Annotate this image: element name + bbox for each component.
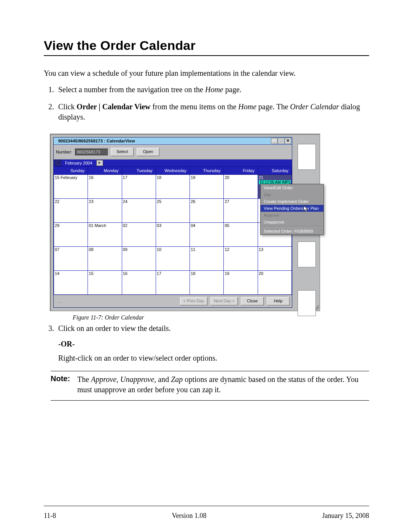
footer-rule <box>44 506 369 506</box>
ctx-zap[interactable]: Zap <box>261 191 323 198</box>
number-label: Number: <box>56 150 72 154</box>
figure-caption: Figure 11-7: Order Calendar <box>73 314 369 321</box>
step-1-home-italic: Home <box>205 85 223 94</box>
intro-text: You can view a schedule of your future p… <box>44 69 369 78</box>
calendar-cell[interactable]: 10 <box>156 247 190 271</box>
day-number: 15 February <box>55 175 77 180</box>
day-number: 23 <box>89 199 93 204</box>
calendar-cell[interactable]: 04 <box>190 223 224 247</box>
open-button[interactable]: Open <box>137 148 159 156</box>
side-panel-box <box>298 290 316 316</box>
calendar-cell[interactable]: 11 <box>190 247 224 271</box>
page-title: View the Order Calendar <box>44 38 369 53</box>
calendar-dialog: 90023445/8662568173 : CalendarView _ □ ✕… <box>53 137 292 308</box>
number-toolbar: Number: Select Open <box>54 145 292 160</box>
footer-page-number: 11-8 <box>44 512 56 520</box>
ctx-view-edit-order[interactable]: View/Edit Order <box>261 184 323 191</box>
month-bar: ◂ February 2004 ▸ <box>54 160 292 166</box>
day-number: 08 <box>89 247 93 252</box>
ctx-create-implement-order[interactable]: Create Implement Order <box>261 198 323 205</box>
calendar-cell[interactable]: 13 <box>258 247 292 271</box>
calendar-cell[interactable]: 22 <box>54 199 88 223</box>
note-label: Note: <box>51 374 77 395</box>
calendar-grid: Sunday Monday Tuesday Wednesday Thursday… <box>54 166 292 295</box>
day-header: Saturday <box>258 167 292 175</box>
close-button[interactable]: Close <box>241 297 264 305</box>
note-a: The <box>77 375 91 383</box>
ctx-approve[interactable]: Approve <box>261 212 323 219</box>
help-button[interactable]: Help <box>267 297 290 305</box>
calendar-cell[interactable]: 19 <box>224 271 258 295</box>
day-number: 25 <box>157 199 161 204</box>
context-menu[interactable]: View/Edit Order Zap Create Implement Ord… <box>260 184 324 235</box>
minimize-button[interactable]: _ <box>271 138 277 144</box>
note-rule-top <box>51 371 369 371</box>
maximize-button[interactable]: □ <box>278 138 284 144</box>
parent-window: 90023445/8662568173 : CalendarView _ □ ✕… <box>50 134 320 311</box>
step-2-c: from the menu items on the <box>151 102 239 111</box>
day-number: 20 <box>225 175 229 180</box>
dialog-title: 90023445/8662568173 : CalendarView <box>54 139 135 143</box>
prev-day-button[interactable]: < Prev Day <box>180 297 207 305</box>
calendar-cell[interactable]: 09 <box>122 247 156 271</box>
step-3: Click on an order to view the details. <box>56 324 369 333</box>
dialog-titlebar[interactable]: 90023445/8662568173 : CalendarView _ □ ✕ <box>54 137 292 145</box>
calendar-cell[interactable]: 16 <box>122 271 156 295</box>
calendar-cell[interactable]: 23 <box>88 199 122 223</box>
calendar-cell[interactable]: 08 <box>88 247 122 271</box>
month-label: February 2004 <box>64 161 94 165</box>
calendar-cell[interactable]: 15 February <box>54 175 88 199</box>
day-number: 21 <box>259 175 263 180</box>
calendar-cell[interactable]: 19 <box>190 175 224 199</box>
window-buttons: _ □ ✕ <box>271 138 291 144</box>
calendar-cell[interactable]: 25 <box>156 199 190 223</box>
day-number: 14 <box>55 271 59 276</box>
calendar-cell[interactable]: 17 <box>156 271 190 295</box>
day-number: 18 <box>157 175 161 180</box>
calendar-cell[interactable]: 07 <box>54 247 88 271</box>
calendar-cell[interactable]: 27 <box>224 199 258 223</box>
step-1: Select a number from the navigation tree… <box>56 85 369 95</box>
next-month-button[interactable]: ▸ <box>96 160 103 166</box>
day-number: 19 <box>225 271 229 276</box>
step-1-text-a: Select a number from the navigation tree… <box>58 85 205 94</box>
calendar-cell[interactable]: 29 <box>54 223 88 247</box>
day-number: 16 <box>123 271 127 276</box>
calendar-cell[interactable]: 26 <box>190 199 224 223</box>
title-rule <box>44 55 369 56</box>
next-day-button[interactable]: Next Day > <box>210 297 238 305</box>
day-number: 13 <box>259 247 263 252</box>
calendar-cell[interactable]: 15 <box>88 271 122 295</box>
day-number: 02 <box>123 223 127 228</box>
calendar-cell[interactable]: 18 <box>190 271 224 295</box>
calendar-cell[interactable]: 14 <box>54 271 88 295</box>
day-number: 11 <box>191 247 195 252</box>
calendar-cell[interactable]: 20 <box>258 271 292 295</box>
calendar-cell[interactable]: 18 <box>156 175 190 199</box>
ctx-separator <box>261 226 323 227</box>
calendar-cell[interactable]: 02 <box>122 223 156 247</box>
page-footer: 11-8 Version 1.08 January 15, 2008 <box>44 512 369 520</box>
calendar-cell[interactable]: 16 <box>88 175 122 199</box>
note-b: , <box>116 375 120 383</box>
number-input[interactable] <box>75 149 108 155</box>
ctx-view-pending-orders[interactable]: View Pending Orders for Plan <box>261 205 323 212</box>
side-panel-box <box>298 241 316 267</box>
select-button[interactable]: Select <box>111 148 134 156</box>
steps-list-continued: Click on an order to view the details. <box>44 324 369 333</box>
calendar-cell[interactable]: 17 <box>122 175 156 199</box>
calendar-cell[interactable]: 24 <box>122 199 156 223</box>
calendar-cell[interactable]: 01 March <box>88 223 122 247</box>
close-window-button[interactable]: ✕ <box>285 138 291 144</box>
day-number: 04 <box>191 223 195 228</box>
ctx-unapprove[interactable]: Unapprove <box>261 219 323 225</box>
day-number: 29 <box>55 223 59 228</box>
day-number: 27 <box>225 199 229 204</box>
calendar-cell[interactable]: 12 <box>224 247 258 271</box>
calendar-cell[interactable]: 20 <box>224 175 258 199</box>
calendar-cell[interactable]: 05 <box>224 223 258 247</box>
prev-month-button[interactable]: ◂ <box>54 160 61 166</box>
calendar-cell[interactable]: 03 <box>156 223 190 247</box>
day-number: 26 <box>191 199 195 204</box>
side-panel-box <box>298 144 316 170</box>
